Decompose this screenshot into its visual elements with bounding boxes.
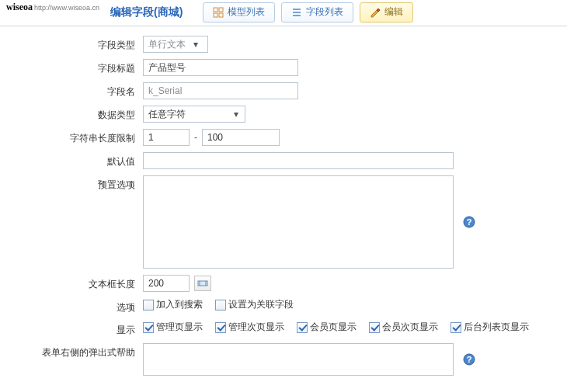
str-len-min-input[interactable] [143, 129, 190, 146]
label-form-right-help: 表单右侧的弹出式帮助 [12, 343, 143, 359]
checkbox-label: 后台列表页显示 [464, 321, 529, 334]
tab-label: 模型列表 [228, 5, 265, 19]
label-preset-options: 预置选项 [12, 175, 143, 192]
checkbox-label: 设置为关联字段 [228, 298, 294, 311]
page-title: 编辑字段(商城) [110, 5, 183, 19]
tab-edit[interactable]: 编辑 [360, 2, 413, 23]
label-textbox-length: 文本框长度 [12, 275, 143, 291]
label-field-name: 字段名 [12, 82, 143, 99]
checkbox-label: 管理页显示 [156, 321, 203, 334]
textbox-length-picker-button[interactable] [194, 276, 211, 291]
checkbox-label: 会员页显示 [310, 321, 357, 334]
tab-label: 字段列表 [306, 5, 343, 19]
textbox-length-input[interactable] [143, 275, 190, 292]
checkbox-label: 加入到搜索 [156, 298, 203, 311]
checkbox-member-page[interactable] [297, 322, 308, 333]
label-field-type: 字段类型 [12, 36, 143, 52]
list-icon [291, 7, 302, 18]
svg-rect-3 [219, 13, 223, 17]
label-field-title: 字段标题 [12, 59, 143, 75]
grid-icon [213, 7, 224, 18]
help-icon[interactable]: ? [463, 353, 475, 366]
checkbox-label: 会员次页显示 [382, 321, 438, 334]
label-options: 选项 [12, 298, 143, 314]
top-bar: wiseoa http://www.wiseoa.cn 编辑字段(商城) 模型列… [0, 0, 567, 26]
checkbox-admin-page[interactable] [143, 322, 154, 333]
field-type-select[interactable]: 单行文本 ▾ [143, 36, 208, 53]
checkbox-backend-list[interactable] [450, 322, 461, 333]
chevron-down-icon: ▾ [231, 109, 242, 120]
checkbox-member-sub-page[interactable] [369, 322, 380, 333]
svg-rect-2 [214, 13, 217, 17]
svg-rect-1 [219, 8, 223, 12]
brand-url: http://www.wiseoa.cn [34, 4, 99, 12]
chevron-down-icon: ▾ [190, 39, 201, 50]
select-value: 单行文本 [148, 38, 186, 51]
field-name-input[interactable] [143, 82, 298, 99]
width-icon [197, 279, 208, 288]
checkbox-add-to-search[interactable] [143, 300, 154, 310]
default-value-input[interactable] [143, 152, 454, 169]
svg-text:?: ? [467, 355, 472, 364]
svg-text:?: ? [467, 217, 472, 227]
tab-label: 编辑 [384, 5, 403, 19]
pencil-icon [370, 7, 381, 18]
range-dash: - [194, 132, 197, 143]
tab-model-list[interactable]: 模型列表 [203, 2, 275, 23]
form-area: 字段类型 单行文本 ▾ 字段标题 字段名 数据类型 任意字符 ▾ 字符串长度限制 [0, 26, 567, 392]
checkbox-set-relation-field[interactable] [215, 300, 226, 310]
form-right-help-textarea[interactable] [143, 343, 454, 376]
preset-options-textarea[interactable] [143, 175, 454, 269]
str-len-max-input[interactable] [202, 129, 280, 146]
label-str-len-limit: 字符串长度限制 [12, 129, 143, 145]
label-data-type: 数据类型 [12, 106, 143, 122]
checkbox-label: 管理次页显示 [228, 321, 284, 334]
help-icon[interactable]: ? [463, 216, 475, 228]
data-type-select[interactable]: 任意字符 ▾ [143, 106, 245, 123]
brand-name: wiseoa [6, 2, 33, 13]
label-default-value: 默认值 [12, 152, 143, 168]
tab-field-list[interactable]: 字段列表 [281, 2, 353, 23]
svg-rect-0 [214, 8, 217, 12]
label-display: 显示 [12, 321, 143, 337]
select-value: 任意字符 [148, 108, 186, 121]
checkbox-admin-sub-page[interactable] [215, 322, 226, 333]
field-title-input[interactable] [143, 59, 298, 76]
